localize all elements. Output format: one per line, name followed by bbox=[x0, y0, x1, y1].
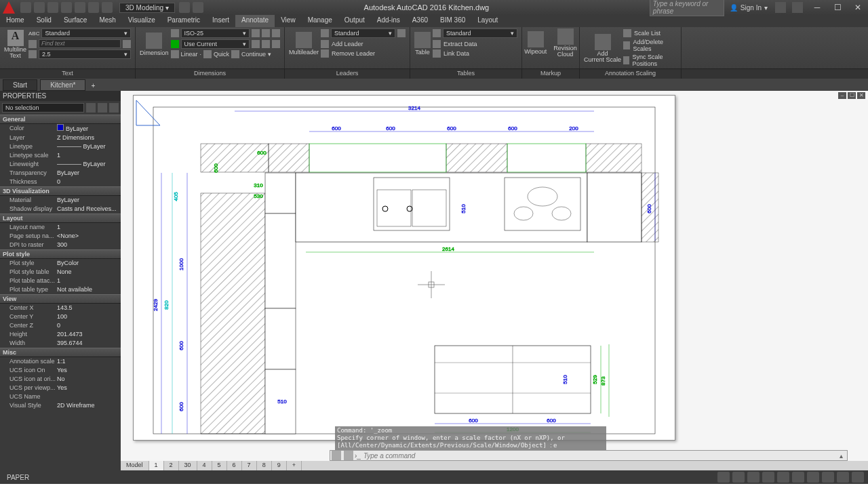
multiline-text-button[interactable]: AMultiline Text bbox=[4, 30, 26, 59]
prop-cat-view[interactable]: View bbox=[0, 294, 121, 304]
selection-combo[interactable]: No selection bbox=[2, 103, 84, 113]
selectobjects-icon[interactable] bbox=[109, 103, 119, 113]
prop-row[interactable]: Plot styleByColor bbox=[0, 259, 121, 268]
drawing-canvas[interactable]: – ☐ ✕ bbox=[121, 91, 868, 470]
link-data-button[interactable]: Link Data bbox=[433, 49, 517, 58]
find-go-icon[interactable] bbox=[123, 40, 131, 48]
menu-parametric[interactable]: Parametric bbox=[161, 15, 206, 27]
prop-row[interactable]: UCS Name bbox=[0, 392, 121, 401]
close-button[interactable]: ✕ bbox=[848, 0, 868, 15]
prop-row[interactable]: Linetype———— ByLayer bbox=[0, 142, 121, 151]
workspace-selector[interactable]: 3D Modeling ▾ bbox=[119, 3, 175, 13]
menu-output[interactable]: Output bbox=[338, 15, 371, 27]
layout-tab-8[interactable]: 8 bbox=[257, 461, 272, 470]
prop-row[interactable]: DPI to raster300 bbox=[0, 241, 121, 249]
dim-c-icon[interactable] bbox=[272, 29, 280, 37]
prop-row[interactable]: Plot style tableNone bbox=[0, 268, 121, 277]
add-leader-button[interactable]: Add Leader bbox=[321, 39, 406, 49]
layout-tab-6[interactable]: 6 bbox=[227, 461, 242, 470]
prop-row[interactable]: UCS icon OnYes bbox=[0, 366, 121, 375]
dim-layer-combo[interactable]: Use Current▾ bbox=[181, 39, 250, 49]
menu-add-ins[interactable]: Add-ins bbox=[371, 15, 406, 27]
table-style-combo[interactable]: Standard▾ bbox=[443, 28, 517, 38]
prop-row[interactable]: Center Z0 bbox=[0, 321, 121, 330]
menu-home[interactable]: Home bbox=[0, 15, 31, 27]
menu-view[interactable]: View bbox=[275, 15, 302, 27]
maximize-button[interactable]: ☐ bbox=[827, 0, 848, 15]
leader-a-icon[interactable] bbox=[397, 29, 406, 37]
status-clean-icon[interactable] bbox=[837, 472, 849, 483]
wipeout-button[interactable]: Wipeout bbox=[524, 31, 547, 55]
prop-row[interactable]: Plot table typeNot available bbox=[0, 285, 121, 294]
add-delete-scales-button[interactable]: Add/Delete Scales bbox=[623, 38, 677, 53]
footer-text[interactable]: Text bbox=[0, 69, 136, 79]
prop-cat-misc[interactable]: Misc bbox=[0, 348, 121, 357]
prop-cat-general[interactable]: General bbox=[0, 115, 121, 124]
cmd-close-icon[interactable] bbox=[332, 451, 341, 460]
qat-saveas-icon[interactable] bbox=[61, 2, 72, 13]
dim-d-icon[interactable] bbox=[252, 40, 260, 48]
prop-row[interactable]: Plot table attac...1 bbox=[0, 277, 121, 285]
dim-style-combo[interactable]: ISO-25▾ bbox=[181, 28, 250, 38]
layout-tab-5[interactable]: 5 bbox=[212, 461, 227, 470]
menu-a360[interactable]: A360 bbox=[406, 15, 434, 27]
dimension-button[interactable]: Dimension bbox=[140, 33, 169, 56]
prop-row[interactable]: Shadow displayCasts and Receives... bbox=[0, 205, 121, 214]
help-icon[interactable] bbox=[792, 2, 803, 13]
prop-row[interactable]: Visual Style2D Wireframe bbox=[0, 401, 121, 410]
prop-row[interactable]: Annotation scale1:1 bbox=[0, 357, 121, 366]
prop-row[interactable]: ColorByLayer bbox=[0, 124, 121, 134]
status-snap-icon[interactable] bbox=[732, 472, 745, 483]
qat-plot-icon[interactable] bbox=[75, 2, 85, 13]
dim-f-icon[interactable] bbox=[272, 40, 280, 48]
tab-kitchen[interactable]: Kitchen* bbox=[40, 79, 85, 91]
cmd-opts-icon[interactable] bbox=[344, 451, 353, 460]
text-height-combo[interactable]: 2.5▾ bbox=[39, 49, 131, 59]
qat-undo-icon[interactable] bbox=[88, 2, 99, 13]
status-hw-icon[interactable] bbox=[822, 472, 834, 483]
qat-open-icon[interactable] bbox=[34, 2, 45, 13]
status-workspace-icon[interactable] bbox=[807, 472, 819, 483]
pickadd-icon[interactable] bbox=[98, 103, 107, 113]
add-current-scale-button[interactable]: Add Current Scale bbox=[584, 34, 621, 63]
qat-new-icon[interactable] bbox=[20, 2, 31, 13]
prop-row[interactable]: Width395.6744 bbox=[0, 339, 121, 348]
text-style-combo[interactable]: Standard▾ bbox=[41, 28, 131, 38]
prop-row[interactable]: Thickness0 bbox=[0, 178, 121, 186]
find-text-input[interactable]: Find text bbox=[39, 39, 121, 48]
layout-tab-4[interactable]: 4 bbox=[197, 461, 212, 470]
layout-tab-Model[interactable]: Model bbox=[121, 461, 149, 470]
footer-markup[interactable]: Markup bbox=[522, 69, 580, 79]
sync-scale-button[interactable]: Sync Scale Positions bbox=[623, 53, 677, 68]
footer-dimensions[interactable]: Dimensions bbox=[136, 69, 285, 79]
status-ortho-icon[interactable] bbox=[747, 472, 760, 483]
status-annoscale-icon[interactable] bbox=[792, 472, 804, 483]
multileader-button[interactable]: Multileader bbox=[289, 32, 319, 56]
minimize-button[interactable]: ─ bbox=[807, 0, 827, 15]
viewport-max-icon[interactable]: ☐ bbox=[848, 92, 856, 99]
footer-annoscale[interactable]: Annotation Scaling bbox=[580, 69, 682, 79]
status-polar-icon[interactable] bbox=[762, 472, 774, 483]
menu-surface[interactable]: Surface bbox=[58, 15, 93, 27]
qat-extra1-icon[interactable] bbox=[179, 2, 190, 13]
layout-tab-9[interactable]: 9 bbox=[272, 461, 287, 470]
menu-layout[interactable]: Layout bbox=[471, 15, 504, 27]
menu-bim360[interactable]: BIM 360 bbox=[434, 15, 471, 27]
help-search-input[interactable]: Type a keyword or phrase bbox=[650, 0, 724, 16]
layout-tab-7[interactable]: 7 bbox=[242, 461, 257, 470]
quick-icon[interactable] bbox=[203, 50, 212, 58]
qat-save-icon[interactable] bbox=[47, 2, 58, 13]
table-button[interactable]: Table bbox=[414, 32, 431, 56]
command-input[interactable] bbox=[361, 452, 835, 460]
prop-row[interactable]: MaterialByLayer bbox=[0, 196, 121, 205]
command-line[interactable]: ›_ ▴ bbox=[330, 450, 848, 461]
menu-manage[interactable]: Manage bbox=[302, 15, 338, 27]
find-icon[interactable] bbox=[28, 40, 37, 48]
menu-annotate[interactable]: Annotate bbox=[235, 15, 275, 27]
dim-a-icon[interactable] bbox=[252, 29, 260, 37]
qat-redo-icon[interactable] bbox=[102, 2, 113, 13]
layout-tab-2[interactable]: 2 bbox=[164, 461, 179, 470]
prop-row[interactable]: Layout name1 bbox=[0, 223, 121, 232]
qat-extra2-icon[interactable] bbox=[193, 2, 203, 13]
quickselect-icon[interactable] bbox=[86, 103, 96, 113]
